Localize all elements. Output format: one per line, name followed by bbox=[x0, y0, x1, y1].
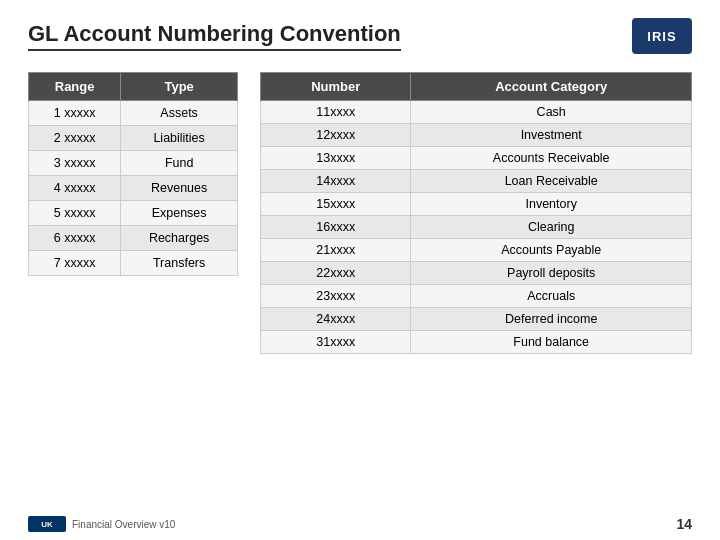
left-table: Range Type 1 xxxxxAssets2 xxxxxLiabiliti… bbox=[28, 72, 238, 276]
page-title: GL Account Numbering Convention bbox=[28, 21, 401, 51]
table-row: 2 xxxxxLiabilities bbox=[29, 126, 238, 151]
left-col-range: Range bbox=[29, 73, 121, 101]
table-row: 3 xxxxxFund bbox=[29, 151, 238, 176]
uk-label: UK bbox=[41, 520, 53, 529]
range-cell: 1 xxxxx bbox=[29, 101, 121, 126]
type-cell: Assets bbox=[121, 101, 238, 126]
table-row: 4 xxxxxRevenues bbox=[29, 176, 238, 201]
category-cell: Loan Receivable bbox=[411, 170, 692, 193]
logo-box: IRIS bbox=[632, 18, 692, 54]
table-row: 31xxxxFund balance bbox=[261, 331, 692, 354]
table-row: 14xxxxLoan Receivable bbox=[261, 170, 692, 193]
table-row: 23xxxxAccruals bbox=[261, 285, 692, 308]
type-cell: Liabilities bbox=[121, 126, 238, 151]
number-cell: 11xxxx bbox=[261, 101, 411, 124]
right-table: Number Account Category 11xxxxCash12xxxx… bbox=[260, 72, 692, 354]
category-cell: Fund balance bbox=[411, 331, 692, 354]
range-cell: 6 xxxxx bbox=[29, 226, 121, 251]
number-cell: 12xxxx bbox=[261, 124, 411, 147]
footer-subtitle: Financial Overview v10 bbox=[72, 519, 175, 530]
logo-text: IRIS bbox=[647, 29, 676, 44]
range-cell: 5 xxxxx bbox=[29, 201, 121, 226]
right-col-number: Number bbox=[261, 73, 411, 101]
category-cell: Investment bbox=[411, 124, 692, 147]
table-row: 13xxxxAccounts Receivable bbox=[261, 147, 692, 170]
type-cell: Recharges bbox=[121, 226, 238, 251]
table-row: 7 xxxxxTransfers bbox=[29, 251, 238, 276]
category-cell: Accruals bbox=[411, 285, 692, 308]
category-cell: Payroll deposits bbox=[411, 262, 692, 285]
type-cell: Transfers bbox=[121, 251, 238, 276]
category-cell: Deferred income bbox=[411, 308, 692, 331]
logo: IRIS bbox=[632, 18, 692, 54]
right-col-category: Account Category bbox=[411, 73, 692, 101]
table-row: 22xxxxPayroll deposits bbox=[261, 262, 692, 285]
number-cell: 14xxxx bbox=[261, 170, 411, 193]
number-cell: 22xxxx bbox=[261, 262, 411, 285]
table-row: 24xxxxDeferred income bbox=[261, 308, 692, 331]
category-cell: Clearing bbox=[411, 216, 692, 239]
number-cell: 23xxxx bbox=[261, 285, 411, 308]
page: GL Account Numbering Convention IRIS Ran… bbox=[0, 0, 720, 540]
type-cell: Expenses bbox=[121, 201, 238, 226]
type-cell: Fund bbox=[121, 151, 238, 176]
category-cell: Accounts Payable bbox=[411, 239, 692, 262]
table-row: 6 xxxxxRecharges bbox=[29, 226, 238, 251]
table-row: 16xxxxClearing bbox=[261, 216, 692, 239]
number-cell: 16xxxx bbox=[261, 216, 411, 239]
table-row: 5 xxxxxExpenses bbox=[29, 201, 238, 226]
number-cell: 13xxxx bbox=[261, 147, 411, 170]
uk-logo: UK bbox=[28, 516, 66, 532]
left-col-type: Type bbox=[121, 73, 238, 101]
table-row: 12xxxxInvestment bbox=[261, 124, 692, 147]
header: GL Account Numbering Convention IRIS bbox=[28, 18, 692, 54]
range-cell: 4 xxxxx bbox=[29, 176, 121, 201]
category-cell: Cash bbox=[411, 101, 692, 124]
category-cell: Inventory bbox=[411, 193, 692, 216]
range-cell: 2 xxxxx bbox=[29, 126, 121, 151]
table-row: 21xxxxAccounts Payable bbox=[261, 239, 692, 262]
table-row: 11xxxxCash bbox=[261, 101, 692, 124]
range-cell: 3 xxxxx bbox=[29, 151, 121, 176]
number-cell: 24xxxx bbox=[261, 308, 411, 331]
number-cell: 31xxxx bbox=[261, 331, 411, 354]
range-cell: 7 xxxxx bbox=[29, 251, 121, 276]
footer-left: UK Financial Overview v10 bbox=[28, 516, 175, 532]
table-row: 15xxxxInventory bbox=[261, 193, 692, 216]
table-row: 1 xxxxxAssets bbox=[29, 101, 238, 126]
page-number: 14 bbox=[676, 516, 692, 532]
footer: UK Financial Overview v10 14 bbox=[0, 516, 720, 532]
number-cell: 21xxxx bbox=[261, 239, 411, 262]
type-cell: Revenues bbox=[121, 176, 238, 201]
tables-container: Range Type 1 xxxxxAssets2 xxxxxLiabiliti… bbox=[28, 72, 692, 354]
number-cell: 15xxxx bbox=[261, 193, 411, 216]
category-cell: Accounts Receivable bbox=[411, 147, 692, 170]
